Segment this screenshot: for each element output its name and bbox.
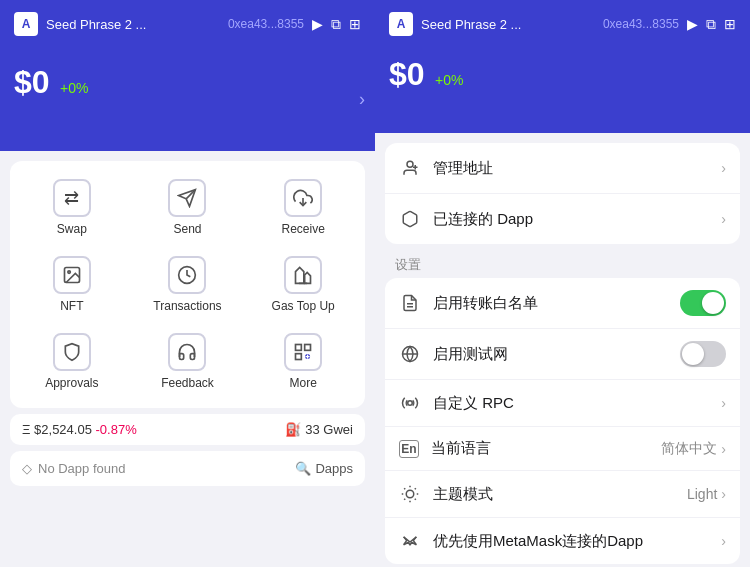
settings-metamask[interactable]: 优先使用MetaMask连接的Dapp › — [385, 518, 740, 564]
dapps-button[interactable]: 🔍 Dapps — [295, 461, 353, 476]
manage-address-label: 管理地址 — [433, 159, 721, 178]
transactions-icon — [168, 256, 206, 294]
action-transactions[interactable]: Transactions — [132, 248, 244, 321]
copy-icon-left[interactable]: ⧉ — [331, 16, 341, 33]
feedback-label: Feedback — [161, 376, 214, 390]
wallet-icon-left: A — [14, 12, 38, 36]
menu-item-manage-address[interactable]: 管理地址 › — [385, 143, 740, 194]
action-receive[interactable]: Receive — [247, 171, 359, 244]
balance-change-right: +0% — [435, 72, 463, 88]
receive-icon — [284, 179, 322, 217]
header-icons-left: ▶ ⧉ ⊞ — [312, 16, 361, 33]
action-grid: ⇄ Swap Send Receive — [10, 161, 365, 408]
connected-dapp-label: 已连接的 Dapp — [433, 210, 721, 229]
manage-address-icon — [399, 157, 421, 179]
testnet-icon — [399, 343, 421, 365]
settings-theme[interactable]: 主题模式 Light › — [385, 471, 740, 518]
swap-icon: ⇄ — [53, 179, 91, 217]
qr-icon-right[interactable]: ⊞ — [724, 16, 736, 32]
testnet-toggle-knob — [682, 343, 704, 365]
wallet-address-right: 0xea43...8355 — [603, 17, 679, 31]
wallet-address-left: 0xea43...8355 — [228, 17, 304, 31]
receive-label: Receive — [281, 222, 324, 236]
whitelist-label: 启用转账白名单 — [433, 294, 680, 313]
metamask-chevron: › — [721, 533, 726, 549]
whitelist-toggle[interactable] — [680, 290, 726, 316]
language-icon: En — [399, 440, 419, 458]
send-icon — [168, 179, 206, 217]
metamask-icon — [399, 530, 421, 552]
svg-point-4 — [68, 271, 71, 274]
svg-point-21 — [406, 490, 414, 498]
balance-value-right: $0 — [389, 56, 425, 92]
menu-item-connected-dapp[interactable]: 已连接的 Dapp › — [385, 194, 740, 244]
language-label: 当前语言 — [431, 439, 661, 458]
chevron-center-icon[interactable]: › — [359, 88, 365, 109]
settings-whitelist[interactable]: 启用转账白名单 — [385, 278, 740, 329]
action-gas-top-up[interactable]: Gas Top Up — [247, 248, 359, 321]
svg-rect-7 — [296, 345, 302, 351]
svg-point-20 — [408, 401, 413, 406]
qr-icon-left[interactable]: ⊞ — [349, 16, 361, 32]
metamask-label: 优先使用MetaMask连接的Dapp — [433, 532, 721, 551]
settings-menu: 启用转账白名单 启用测试网 — [385, 278, 740, 564]
nft-icon — [53, 256, 91, 294]
rpc-chevron: › — [721, 395, 726, 411]
theme-value: Light — [687, 486, 717, 502]
whitelist-toggle-knob — [702, 292, 724, 314]
left-panel: A Seed Phrase 2 ... 0xea43...8355 ▶ ⧉ ⊞ … — [0, 0, 375, 567]
feedback-icon — [168, 333, 206, 371]
rpc-label: 自定义 RPC — [433, 394, 721, 413]
settings-rpc[interactable]: 自定义 RPC › — [385, 380, 740, 427]
approvals-icon — [53, 333, 91, 371]
transactions-label: Transactions — [153, 299, 221, 313]
more-icon — [284, 333, 322, 371]
theme-chevron: › — [721, 486, 726, 502]
action-more[interactable]: More — [247, 325, 359, 398]
svg-line-25 — [415, 499, 416, 500]
connected-dapp-chevron: › — [721, 211, 726, 227]
header-icons-right: ▶ ⧉ ⊞ — [687, 16, 736, 33]
balance-area-right: $0 +0% — [375, 46, 750, 133]
wallet-name-right: Seed Phrase 2 ... — [421, 17, 591, 32]
wallet-name-left: Seed Phrase 2 ... — [46, 17, 216, 32]
action-feedback[interactable]: Feedback — [132, 325, 244, 398]
balance-value-left: $0 — [14, 64, 50, 100]
wallet-icon-right: A — [389, 12, 413, 36]
price-gas-bar: Ξ $2,524.05 -0.87% ⛽ 33 Gwei — [10, 414, 365, 445]
svg-rect-8 — [305, 345, 311, 351]
action-approvals[interactable]: Approvals — [16, 325, 128, 398]
balance-change-left: +0% — [60, 80, 88, 96]
theme-label: 主题模式 — [433, 485, 687, 504]
right-panel: A Seed Phrase 2 ... 0xea43...8355 ▶ ⧉ ⊞ … — [375, 0, 750, 567]
settings-testnet[interactable]: 启用测试网 — [385, 329, 740, 380]
copy-icon-right[interactable]: ⧉ — [706, 16, 716, 33]
action-nft[interactable]: NFT — [16, 248, 128, 321]
approvals-label: Approvals — [45, 376, 98, 390]
play-icon-right[interactable]: ▶ — [687, 16, 698, 32]
balance-area-left: $0 +0% › — [0, 46, 375, 151]
connected-dapp-icon — [399, 208, 421, 230]
action-swap[interactable]: ⇄ Swap — [16, 171, 128, 244]
nft-label: NFT — [60, 299, 83, 313]
settings-language[interactable]: En 当前语言 简体中文 › — [385, 427, 740, 471]
dropdown-menu: 管理地址 › 已连接的 Dapp › — [385, 143, 740, 244]
gas-info: ⛽ 33 Gwei — [285, 422, 353, 437]
whitelist-icon — [399, 292, 421, 314]
left-wallet-header: A Seed Phrase 2 ... 0xea43...8355 ▶ ⧉ ⊞ — [0, 0, 375, 46]
svg-point-13 — [407, 161, 413, 167]
action-send[interactable]: Send — [132, 171, 244, 244]
svg-line-28 — [404, 499, 405, 500]
eth-price: Ξ $2,524.05 -0.87% — [22, 422, 137, 437]
manage-address-chevron: › — [721, 160, 726, 176]
no-dapp-text: ◇ No Dapp found — [22, 461, 125, 476]
right-wallet-header: A Seed Phrase 2 ... 0xea43...8355 ▶ ⧉ ⊞ — [375, 0, 750, 46]
language-value: 简体中文 — [661, 440, 717, 458]
play-icon-left[interactable]: ▶ — [312, 16, 323, 32]
testnet-toggle[interactable] — [680, 341, 726, 367]
svg-line-24 — [404, 488, 405, 489]
gas-top-up-icon — [284, 256, 322, 294]
svg-rect-9 — [296, 354, 302, 360]
theme-icon — [399, 483, 421, 505]
language-chevron: › — [721, 441, 726, 457]
